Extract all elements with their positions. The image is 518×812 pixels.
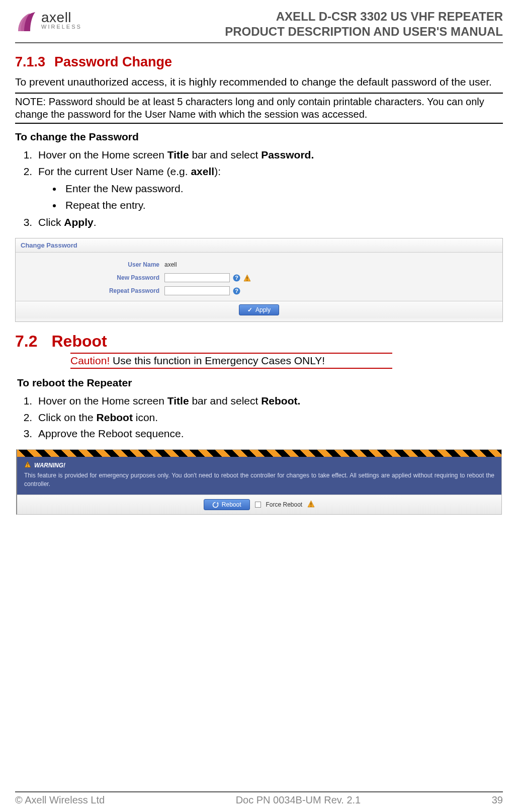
change-password-panel: Change Password User Name axell New Pass… [15, 238, 503, 322]
row-username: User Name axell [16, 259, 502, 271]
heading-7-1-3: 7.1.3Password Change [15, 54, 503, 70]
brand-name: axell [41, 12, 82, 24]
caution-label: Caution! [70, 355, 110, 366]
page-footer: © Axell Wireless Ltd Doc PN 0034B-UM Rev… [15, 791, 503, 806]
svg-text:?: ? [235, 275, 238, 281]
svg-text:!: ! [310, 502, 312, 508]
intro-713: To prevent unauthorized access, it is hi… [15, 75, 503, 89]
reboot-button[interactable]: Reboot [204, 499, 250, 510]
step-1: Hover on the Home screen Title bar and s… [35, 147, 503, 164]
reboot-icon [212, 502, 219, 508]
svg-marker-8 [217, 502, 219, 504]
note-box: NOTE: Password should be at least 5 char… [15, 93, 503, 124]
repeat-password-input[interactable] [164, 286, 230, 295]
heading-text: Password Change [54, 54, 172, 69]
reboot-panel: ! WARNING! This feature is provided for … [16, 449, 502, 515]
footer-left: © Axell Wireless Ltd [15, 794, 105, 806]
reboot-step-3: Approve the Reboot sequence. [35, 426, 503, 442]
panel-title: Change Password [16, 238, 502, 253]
svg-text:!: ! [246, 276, 248, 282]
label-new-password: New Password [16, 274, 164, 281]
warning-icon: ! [243, 274, 251, 282]
bullet-1: Enter the New password. [62, 181, 503, 197]
reboot-label: Reboot [222, 501, 241, 508]
steps-change-pw: Hover on the Home screen Title bar and s… [15, 147, 503, 231]
heading-text-72: Reboot [51, 332, 107, 350]
help-icon[interactable]: ? [233, 274, 240, 282]
subhead-reboot: To reboot the Repeater [17, 377, 503, 389]
doc-title-line2: PRODUCT DESCRIPTION AND USER'S MANUAL [225, 24, 503, 39]
page-header: axell WIRELESS AXELL D-CSR 3302 US VHF R… [15, 9, 503, 43]
reboot-step-1: Hover on the Home screen Title bar and s… [35, 393, 503, 410]
brand-sub: WIRELESS [41, 25, 82, 29]
footer-right: 39 [492, 794, 503, 806]
doc-title: AXELL D-CSR 3302 US VHF REPEATER PRODUCT… [225, 9, 503, 39]
label-username: User Name [16, 261, 164, 268]
force-reboot-label: Force Reboot [266, 501, 303, 508]
step-3: Click Apply. [35, 214, 503, 231]
logo-icon [15, 9, 38, 32]
row-new-password: New Password ? ! [16, 272, 502, 284]
bullet-2: Repeat the entry. [62, 197, 503, 214]
heading-num-72: 7.2 [15, 332, 37, 350]
apply-row: Apply [16, 301, 502, 318]
new-password-input[interactable] [164, 273, 230, 282]
reboot-step-2: Click on the Reboot icon. [35, 410, 503, 426]
force-reboot-checkbox[interactable] [255, 502, 261, 508]
warning-heading: ! WARNING! [24, 461, 494, 470]
label-repeat-password: Repeat Password [16, 287, 164, 294]
doc-title-line1: AXELL D-CSR 3302 US VHF REPEATER [225, 9, 503, 24]
logo: axell WIRELESS [15, 9, 82, 32]
step-2: For the current User Name (e.g. axell): … [35, 164, 503, 214]
warning-body: This feature is provided for emergency p… [24, 471, 494, 489]
apply-label: Apply [255, 306, 271, 313]
footer-center: Doc PN 0034B-UM Rev. 2.1 [236, 794, 361, 806]
heading-num: 7.1.3 [15, 54, 45, 69]
check-icon [247, 306, 252, 313]
form-area: User Name axell New Password ? ! Repeat … [16, 253, 502, 321]
warning-title: WARNING! [34, 461, 65, 470]
caution-text: Use this function in Emergency Cases ONL… [110, 355, 325, 366]
row-repeat-password: Repeat Password ? [16, 285, 502, 297]
steps-reboot: Hover on the Home screen Title bar and s… [15, 393, 503, 442]
reboot-action-row: Reboot Force Reboot ! [17, 495, 501, 514]
svg-text:?: ? [235, 288, 238, 294]
help-icon[interactable]: ? [233, 287, 240, 295]
logo-text: axell WIRELESS [41, 12, 82, 29]
hazard-stripes [17, 450, 501, 457]
caution-box: Caution! Use this function in Emergency … [70, 353, 392, 369]
heading-7-2: 7.2Reboot [15, 332, 503, 351]
warning-icon: ! [307, 500, 315, 509]
value-username: axell [164, 261, 177, 268]
warning-box: ! WARNING! This feature is provided for … [17, 457, 501, 495]
subhead-change-pw: To change the Password [15, 131, 503, 143]
warning-icon: ! [24, 461, 31, 470]
apply-button[interactable]: Apply [239, 304, 279, 315]
